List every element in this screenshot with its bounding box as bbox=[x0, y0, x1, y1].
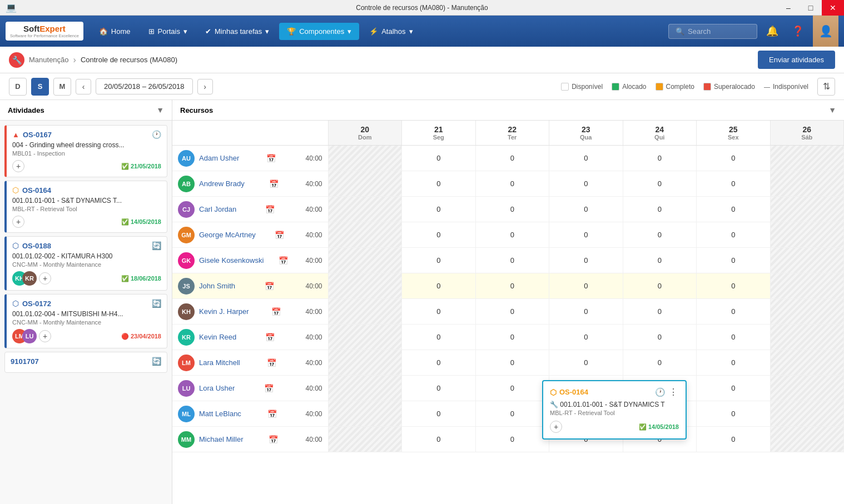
cell-6-day-20[interactable] bbox=[328, 299, 402, 325]
cell-4-day-25[interactable]: 0 bbox=[697, 248, 771, 273]
more-options-icon[interactable]: ⋮ bbox=[669, 387, 679, 397]
resource-name-4[interactable]: Gisele Kosenkowski bbox=[199, 256, 264, 265]
sort-button[interactable]: ⇅ bbox=[817, 78, 835, 96]
cell-6-day-24[interactable]: 0 bbox=[623, 299, 697, 325]
resource-name-3[interactable]: George McArtney bbox=[199, 231, 256, 239]
minhas-tarefas-button[interactable]: ✔ Minhas tarefas ▾ bbox=[197, 23, 277, 40]
cell-1-day-24[interactable]: 0 bbox=[623, 171, 697, 197]
logo[interactable]: Soft Expert Software for Performance Exc… bbox=[6, 22, 83, 41]
cell-4-day-23[interactable]: 0 bbox=[549, 248, 623, 273]
cell-5-day-25[interactable]: 0 bbox=[697, 273, 771, 299]
cell-6-day-26[interactable] bbox=[770, 299, 844, 325]
cell-6-day-22[interactable]: 0 bbox=[475, 299, 549, 325]
next-period-button[interactable]: › bbox=[197, 79, 213, 94]
cell-11-day-21[interactable]: 0 bbox=[402, 427, 476, 452]
cell-6-day-21[interactable]: 0 bbox=[402, 299, 476, 325]
cell-7-day-24[interactable]: 0 bbox=[623, 325, 697, 350]
cell-0-day-22[interactable]: 0 bbox=[475, 146, 549, 171]
activity-id-os0167[interactable]: OS-0167 bbox=[23, 131, 52, 139]
cell-8-day-26[interactable] bbox=[770, 350, 844, 376]
minimize-button[interactable]: – bbox=[777, 0, 800, 16]
portais-button[interactable]: ⊞ Portais ▾ bbox=[141, 23, 195, 40]
breadcrumb-parent[interactable]: Manutenção bbox=[29, 56, 69, 64]
cell-2-day-21[interactable]: 0 bbox=[402, 197, 476, 222]
cell-0-day-20[interactable] bbox=[328, 146, 402, 171]
period-day-button[interactable]: D bbox=[9, 78, 27, 96]
add-resource-os0172[interactable]: + bbox=[39, 330, 51, 342]
componentes-button[interactable]: 🏆 Componentes ▾ bbox=[279, 23, 359, 40]
cell-1-day-21[interactable]: 0 bbox=[402, 171, 476, 197]
cell-2-day-25[interactable]: 0 bbox=[697, 197, 771, 222]
cell-2-day-22[interactable]: 0 bbox=[475, 197, 549, 222]
cell-1-day-25[interactable]: 0 bbox=[697, 171, 771, 197]
cell-11-day-20[interactable] bbox=[328, 427, 402, 452]
activity-card-os0167[interactable]: ▲ OS-0167 🕐 004 - Grinding wheel dressin… bbox=[4, 125, 167, 177]
cell-3-day-23[interactable]: 0 bbox=[549, 222, 623, 248]
calendar-icon-10[interactable]: 📅 bbox=[267, 410, 277, 418]
activity-card-os0172[interactable]: ⬡ OS-0172 🔄 001.01.02-004 - MITSUBISHI M… bbox=[4, 294, 167, 348]
cell-2-day-20[interactable] bbox=[328, 197, 402, 222]
cell-3-day-21[interactable]: 0 bbox=[402, 222, 476, 248]
cell-7-day-26[interactable] bbox=[770, 325, 844, 350]
cell-0-day-23[interactable]: 0 bbox=[549, 146, 623, 171]
cell-3-day-26[interactable] bbox=[770, 222, 844, 248]
resource-name-0[interactable]: Adam Usher bbox=[199, 154, 239, 162]
cell-4-day-20[interactable] bbox=[328, 248, 402, 273]
calendar-icon-1[interactable]: 📅 bbox=[269, 179, 279, 188]
calendar-icon-9[interactable]: 📅 bbox=[264, 384, 274, 393]
resource-name-9[interactable]: Lora Usher bbox=[199, 384, 235, 392]
cell-5-day-24[interactable]: 0 bbox=[623, 273, 697, 299]
close-button[interactable]: ✕ bbox=[822, 0, 844, 16]
cell-1-day-20[interactable] bbox=[328, 171, 402, 197]
resources-filter-icon[interactable]: ▼ bbox=[828, 106, 836, 114]
cell-1-day-26[interactable] bbox=[770, 171, 844, 197]
cell-6-day-25[interactable]: 0 bbox=[697, 299, 771, 325]
resource-name-1[interactable]: Andrew Brady bbox=[199, 179, 245, 188]
calendar-icon-11[interactable]: 📅 bbox=[269, 435, 278, 444]
cell-9-day-22[interactable]: 0 bbox=[475, 376, 549, 401]
calendar-icon-2[interactable]: 📅 bbox=[265, 205, 275, 214]
search-box[interactable]: 🔍 bbox=[668, 24, 757, 39]
cell-0-day-26[interactable] bbox=[770, 146, 844, 171]
cell-3-day-22[interactable]: 0 bbox=[475, 222, 549, 248]
cell-3-day-25[interactable]: 0 bbox=[697, 222, 771, 248]
cell-4-day-21[interactable]: 0 bbox=[402, 248, 476, 273]
activity-id-os0172[interactable]: OS-0172 bbox=[22, 300, 51, 308]
cell-8-day-20[interactable] bbox=[328, 350, 402, 376]
resource-name-2[interactable]: Carl Jordan bbox=[199, 205, 236, 213]
cell-8-day-23[interactable]: 0 bbox=[549, 350, 623, 376]
cell-8-day-25[interactable]: 0 bbox=[697, 350, 771, 376]
cell-2-day-24[interactable]: 0 bbox=[623, 197, 697, 222]
enviar-atividades-button[interactable]: Enviar atividades bbox=[758, 51, 835, 69]
calendar-icon-4[interactable]: 📅 bbox=[279, 256, 288, 265]
cell-8-day-21[interactable]: 0 bbox=[402, 350, 476, 376]
calendar-icon-5[interactable]: 📅 bbox=[265, 282, 274, 291]
cell-3-day-20[interactable] bbox=[328, 222, 402, 248]
cell-11-day-22[interactable]: 0 bbox=[475, 427, 549, 452]
cell-5-day-21[interactable]: 0 bbox=[402, 273, 476, 299]
add-resource-tooltip[interactable]: + bbox=[550, 421, 562, 433]
cell-5-day-20[interactable] bbox=[328, 273, 402, 299]
calendar-icon-3[interactable]: 📅 bbox=[275, 231, 284, 239]
cell-9-day-21[interactable]: 0 bbox=[402, 376, 476, 401]
cell-9-day-20[interactable] bbox=[328, 376, 402, 401]
grid-container[interactable]: 20 Dom 21 Seg 22 Ter 23 bbox=[172, 121, 844, 504]
period-month-button[interactable]: M bbox=[53, 78, 71, 96]
cell-9-day-26[interactable] bbox=[770, 376, 844, 401]
cell-5-day-26[interactable] bbox=[770, 273, 844, 299]
cell-3-day-24[interactable]: 0 bbox=[623, 222, 697, 248]
cell-10-day-22[interactable]: 0 bbox=[475, 401, 549, 427]
add-resource-os0164[interactable]: + bbox=[12, 216, 24, 228]
cell-7-day-20[interactable] bbox=[328, 325, 402, 350]
cell-5-day-22[interactable]: 0 bbox=[475, 273, 549, 299]
cell-8-day-24[interactable]: 0 bbox=[623, 350, 697, 376]
resource-name-6[interactable]: Kevin J. Harper bbox=[199, 307, 249, 316]
cell-1-day-22[interactable]: 0 bbox=[475, 171, 549, 197]
maximize-button[interactable]: □ bbox=[800, 0, 822, 16]
calendar-icon-6[interactable]: 📅 bbox=[271, 307, 281, 316]
cell-10-day-20[interactable] bbox=[328, 401, 402, 427]
activity-card-os0188[interactable]: ⬡ OS-0188 🔄 001.01.02-002 - KITAMURA H30… bbox=[4, 236, 167, 291]
cell-10-day-25[interactable]: 0 bbox=[697, 401, 771, 427]
cell-1-day-23[interactable]: 0 bbox=[549, 171, 623, 197]
help-button[interactable]: ❓ bbox=[787, 23, 808, 39]
